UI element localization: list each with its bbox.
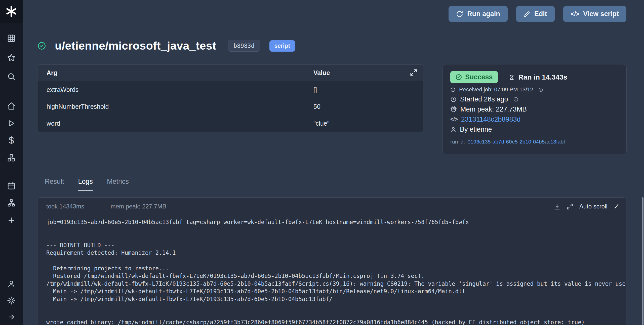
received-row: Received job: 07:09 PM 13/12 [450, 86, 619, 93]
sitemap-icon [7, 199, 16, 207]
arg-column-header: Arg [37, 69, 313, 77]
arg-name: highNumberThreshold [37, 103, 313, 110]
run-again-button[interactable]: Run again [449, 6, 508, 22]
duration-label: Ran in 14.343s [518, 73, 568, 81]
started-row: Started 26s ago [450, 95, 619, 103]
table-row: highNumberThreshold 50 [37, 98, 423, 115]
log-output: job=0193c135-ab7d-60e5-2b10-04b5ac13fabf… [37, 212, 626, 325]
run-id-label: run id: [450, 139, 465, 145]
circle-check-icon [455, 74, 462, 81]
sidebar-item-favorites[interactable] [0, 50, 23, 65]
refresh-icon [456, 11, 463, 18]
pencil-icon [524, 11, 530, 17]
log-line: Determining projects to restore... [46, 265, 626, 272]
value-column-header: Value [313, 69, 330, 77]
args-table-header: Arg Value [37, 65, 423, 81]
edit-button[interactable]: Edit [516, 6, 555, 22]
args-table: Arg Value extraWords [] highNumberThresh… [37, 64, 423, 132]
windmill-logo[interactable] [0, 0, 23, 23]
hourglass-icon [508, 74, 515, 81]
view-script-button[interactable]: </> View script [563, 6, 626, 22]
sidebar-item-apps[interactable] [0, 31, 23, 46]
status-label: Success [465, 73, 493, 81]
status-card: Success Ran in 14.343s Received job: 07:… [442, 64, 627, 154]
log-line: Main -> /tmp/windmill/wk-default-fbwfx-L… [46, 295, 626, 303]
sidebar-item-flows[interactable] [0, 195, 23, 210]
sidebar-item-create[interactable]: + [0, 213, 23, 228]
windmill-logo-icon [6, 6, 17, 17]
log-line [46, 234, 626, 241]
download-icon [554, 203, 560, 210]
sidebar-item-settings[interactable] [0, 293, 23, 308]
autoscroll-checkbox[interactable]: ✓ [614, 202, 620, 211]
table-row: word "clue" [37, 115, 423, 132]
autoscroll-label: Auto scroll [579, 203, 608, 210]
sidebar-item-schedules[interactable] [0, 178, 23, 193]
toolbar: Run again Edit </> View script [449, 6, 626, 22]
sidebar-item-search[interactable] [0, 69, 23, 84]
sidebar-item-expand[interactable] [0, 309, 23, 324]
mem-peak-header-label: mem peak: 227.7MB [111, 203, 166, 210]
memory-chip-icon [450, 106, 457, 113]
log-line [46, 257, 626, 265]
search-icon [7, 72, 16, 81]
home-icon [7, 102, 16, 110]
tab-logs[interactable]: Logs [78, 178, 93, 191]
maximize-icon [567, 203, 573, 210]
mem-peak-row: Mem peak: 227.73MB [450, 105, 619, 113]
by-row: By etienne [450, 126, 619, 133]
view-script-label: View script [583, 10, 619, 18]
sidebar-item-user[interactable] [0, 276, 23, 291]
log-line [46, 226, 626, 234]
download-logs-button[interactable] [554, 203, 560, 210]
maximize-icon [410, 69, 417, 76]
received-label: Received job: 07:09 PM 13/12 [459, 86, 533, 93]
clock-icon [450, 96, 457, 102]
sidebar-item-variables[interactable]: $ [0, 133, 23, 148]
table-row: extraWords [] [37, 81, 423, 98]
hash-badge: b8983d [228, 40, 260, 52]
tab-metrics[interactable]: Metrics [107, 178, 129, 191]
log-line: Main -> /tmp/windmill/wk-default-fbwfx-L… [46, 287, 626, 295]
arg-value: [] [313, 86, 317, 93]
arg-name: extraWords [37, 86, 313, 93]
by-label: By etienne [460, 126, 492, 133]
duration: Ran in 14.343s [508, 73, 568, 81]
arrow-right-icon [7, 313, 15, 321]
success-check-icon [37, 41, 46, 50]
sidebar-item-home[interactable] [0, 98, 23, 114]
tab-result[interactable]: Result [45, 178, 64, 191]
sidebar: $ + [0, 0, 23, 325]
info-icon[interactable] [538, 87, 543, 92]
page-scrollbar[interactable] [642, 197, 643, 325]
info-icon[interactable] [513, 97, 518, 102]
job-run-page: { "colors": { "background": "#2e3a4c", "… [0, 0, 644, 325]
log-line: Restored /tmp/windmill/wk-default-fbwfx-… [46, 272, 626, 280]
run-id-link[interactable]: 0193c135-ab7d-60e5-2b10-04b5ac13fabf [467, 139, 565, 145]
arg-value: "clue" [313, 120, 330, 127]
page-title: u/etienne/microsoft_java_test [55, 39, 216, 52]
status-row: Success Ran in 14.343s [450, 71, 619, 83]
code-icon: </> [450, 116, 458, 123]
user-icon [7, 280, 15, 288]
mem-peak-label: Mem peak: 227.73MB [460, 105, 527, 113]
log-line: --- DOTNET BUILD --- [46, 241, 626, 249]
script-hash-link[interactable]: 23131148c2b8983d [461, 116, 521, 123]
sidebar-item-runs[interactable] [0, 116, 23, 131]
calendar-icon [7, 182, 16, 190]
result-tabs: Result Logs Metrics [37, 178, 626, 190]
gear-icon [7, 296, 16, 305]
sidebar-item-resources[interactable] [0, 150, 23, 165]
edit-label: Edit [534, 10, 547, 18]
expand-logs-button[interactable] [567, 203, 573, 210]
log-line [46, 311, 626, 318]
log-line: wrote cached binary: /tmp/windmill/cache… [46, 318, 626, 325]
log-line: /tmp/windmill/wk-default-fbwfx-L7IeK/019… [46, 280, 626, 288]
plus-icon: + [8, 215, 15, 226]
arg-value: 50 [313, 103, 320, 110]
logs-actions: Auto scroll ✓ [554, 202, 620, 211]
script-hash-row: </> 23131148c2b8983d [450, 116, 619, 123]
took-label: took 14343ms [46, 203, 84, 210]
status-badge: Success [450, 71, 498, 83]
expand-args-button[interactable] [410, 69, 417, 76]
